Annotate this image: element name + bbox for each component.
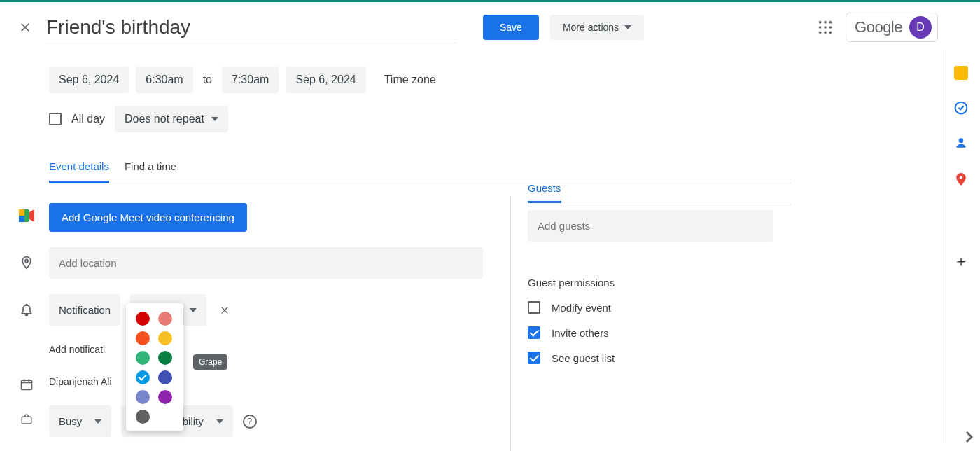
svg-point-3	[819, 26, 822, 29]
bell-icon	[20, 302, 34, 317]
side-panel: ＋	[941, 50, 980, 443]
availability-label: Busy	[59, 415, 82, 427]
color-option-lavender[interactable]	[136, 390, 150, 404]
guest-permissions-label: Guest permissions	[528, 277, 791, 289]
modify-event-label: Modify event	[552, 302, 611, 314]
color-option-basil[interactable]	[158, 351, 172, 365]
color-option-blueberry[interactable]	[158, 370, 172, 384]
invite-others-checkbox[interactable]	[528, 326, 540, 339]
tab-event-details[interactable]: Event details	[49, 160, 109, 183]
avatar[interactable]: D	[909, 16, 932, 39]
start-date-chip[interactable]: Sep 6, 2024	[49, 67, 129, 93]
all-day-checkbox[interactable]	[49, 113, 62, 125]
chevron-down-icon	[216, 419, 223, 424]
contacts-button[interactable]	[954, 136, 968, 150]
meet-icon	[19, 209, 34, 222]
calendar-icon	[20, 377, 34, 391]
see-guest-list-label: See guest list	[552, 352, 615, 364]
close-icon	[18, 20, 32, 34]
repeat-dropdown[interactable]: Does not repeat	[115, 106, 228, 132]
svg-point-6	[819, 32, 822, 34]
apps-launcher-button[interactable]	[818, 20, 833, 35]
google-logo: Google	[855, 18, 902, 36]
calendar-owner-label: Dipanjenah Ali	[49, 376, 112, 387]
location-input[interactable]	[49, 247, 483, 279]
repeat-label: Does not repeat	[125, 113, 204, 125]
time-zone-button[interactable]: Time zone	[384, 74, 436, 86]
svg-point-22	[958, 138, 963, 143]
tasks-icon	[954, 101, 968, 115]
event-title-input[interactable]	[45, 12, 458, 43]
chevron-down-icon	[94, 419, 102, 424]
color-option-flamingo[interactable]	[158, 312, 172, 326]
keep-icon	[954, 66, 968, 80]
color-option-tangerine[interactable]	[136, 331, 150, 345]
svg-point-4	[824, 26, 827, 29]
svg-point-5	[830, 26, 832, 29]
all-day-label: All day	[71, 113, 105, 125]
svg-point-7	[824, 32, 827, 34]
add-meet-button[interactable]: Add Google Meet video conferencing	[49, 203, 247, 232]
collapse-panel-button[interactable]	[966, 431, 973, 443]
start-time-chip[interactable]: 6:30am	[136, 67, 192, 93]
svg-point-2	[830, 21, 832, 24]
tab-find-a-time[interactable]: Find a time	[125, 160, 176, 183]
notification-type-label: Notification	[59, 304, 111, 316]
color-tooltip: Grape	[193, 354, 227, 370]
svg-point-1	[824, 21, 827, 24]
invite-others-label: Invite others	[552, 327, 609, 339]
close-button[interactable]	[11, 13, 39, 41]
svg-rect-11	[19, 216, 24, 222]
apps-grid-icon	[818, 20, 833, 35]
save-button[interactable]: Save	[483, 15, 539, 40]
chevron-down-icon	[211, 117, 218, 121]
end-time-chip[interactable]: 7:30am	[222, 67, 279, 93]
briefcase-icon	[20, 413, 34, 426]
add-notification-button[interactable]: Add notificati	[49, 344, 105, 355]
google-account-box[interactable]: Google D	[846, 13, 938, 42]
color-option-grape[interactable]	[158, 390, 172, 404]
color-option-sage[interactable]	[136, 351, 150, 365]
color-option-peacock[interactable]	[136, 370, 150, 384]
chevron-down-icon	[190, 308, 197, 312]
remove-notification-button[interactable]	[216, 302, 233, 319]
visibility-help-button[interactable]: ?	[243, 415, 257, 429]
event-color-popover	[126, 303, 183, 431]
close-icon	[219, 305, 230, 316]
add-addon-button[interactable]: ＋	[953, 251, 969, 272]
end-date-chip[interactable]: Sep 6, 2024	[286, 67, 365, 93]
svg-rect-13	[22, 380, 32, 389]
notification-type-dropdown[interactable]: Notification	[49, 294, 120, 326]
add-guests-input[interactable]	[528, 210, 773, 242]
svg-rect-10	[19, 209, 24, 216]
color-option-tomato[interactable]	[136, 312, 150, 326]
guests-tab[interactable]: Guests	[528, 182, 561, 203]
keep-button[interactable]	[954, 66, 968, 80]
chevron-down-icon	[624, 25, 631, 29]
see-guest-list-checkbox[interactable]	[528, 352, 540, 364]
location-icon	[20, 254, 34, 271]
more-actions-button[interactable]: More actions	[550, 15, 644, 40]
to-label: to	[200, 74, 215, 86]
color-option-graphite[interactable]	[136, 410, 150, 424]
svg-rect-14	[22, 417, 31, 424]
availability-dropdown[interactable]: Busy	[49, 405, 111, 437]
chevron-right-icon	[966, 431, 973, 443]
person-icon	[954, 136, 968, 150]
svg-point-0	[819, 21, 822, 24]
svg-point-23	[959, 176, 962, 180]
maps-button[interactable]	[955, 171, 967, 188]
modify-event-checkbox[interactable]	[528, 301, 540, 314]
tasks-button[interactable]	[954, 101, 968, 115]
maps-icon	[955, 171, 967, 188]
color-option-banana[interactable]	[158, 331, 172, 345]
svg-point-12	[25, 259, 28, 262]
svg-point-8	[830, 32, 832, 34]
more-actions-label: More actions	[563, 22, 619, 33]
